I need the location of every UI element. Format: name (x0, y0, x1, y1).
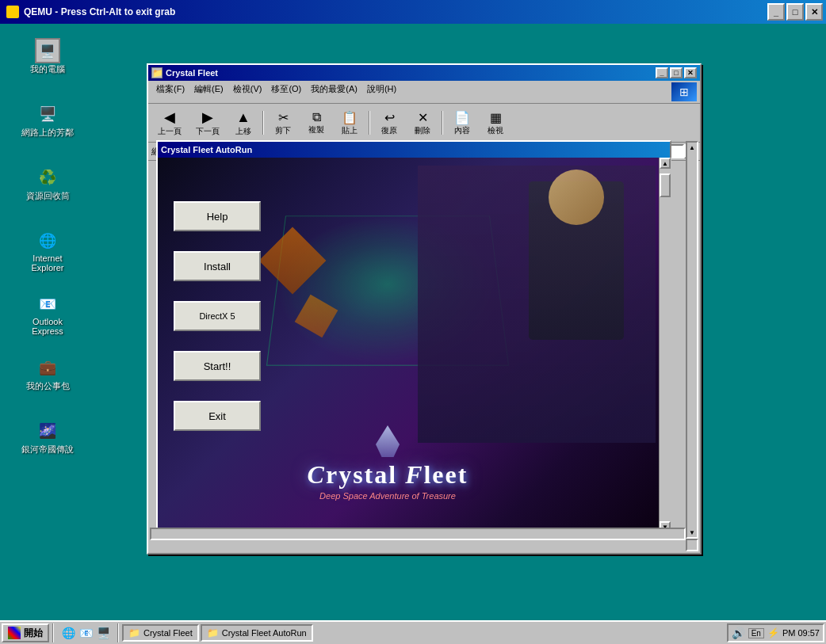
qemu-maximize-button[interactable]: □ (786, 3, 804, 21)
menu-edit[interactable]: 編輯(E) (189, 82, 228, 101)
forward-label: 下一頁 (196, 126, 220, 137)
menu-file[interactable]: 檔案(F) (151, 82, 189, 101)
taskbar-autorun[interactable]: 📁 Crystal Fleet AutoRun (201, 624, 313, 642)
desktop-icon-ie[interactable]: 🌐 InternetExplorer (16, 228, 79, 272)
start-label: 開始 (24, 627, 43, 640)
qemu-titlebar: QEMU - Press Ctrl-Alt to exit grab _ □ ✕ (0, 0, 826, 24)
toolbar-cut-button[interactable]: ✂ 剪下 (267, 107, 299, 139)
toolbar-delete-button[interactable]: ✕ 刪除 (407, 107, 438, 139)
taskbar-divider-2 (117, 623, 119, 642)
character-head (549, 170, 604, 225)
autorun-titlebar: Crystal Fleet AutoRun (158, 142, 670, 158)
menu-favorites[interactable]: 我的最愛(A) (306, 82, 362, 101)
help-button[interactable]: Help (174, 201, 261, 231)
back-label: 上一頁 (158, 126, 182, 137)
toolbar-undo-button[interactable]: ↩ 復原 (373, 107, 405, 139)
undo-label: 復原 (381, 125, 397, 136)
ie-icon: 🌐 (35, 228, 60, 253)
desktop-icon-outlook[interactable]: 📧 OutlookExpress (16, 292, 79, 336)
network-icon: 🖥️ (35, 101, 60, 127)
menu-help[interactable]: 說明(H) (362, 82, 401, 101)
cut-label: 剪下 (275, 125, 291, 136)
delete-icon: ✕ (418, 110, 428, 125)
explorer-maximize-button[interactable]: □ (670, 67, 683, 78)
scrollbar-track: ▲ ▼ (659, 158, 671, 532)
taskbar-divider-1 (52, 623, 54, 642)
game-subtitle: Deep Space Adventure of Treasure (237, 491, 538, 501)
tray-volume-icon: 🔊 (732, 627, 745, 639)
tray-clock: PM 09:57 (782, 628, 820, 638)
qemu-window-controls: _ □ ✕ (767, 3, 823, 21)
explorer-titlebar: 📁 Crystal Fleet _ □ ✕ (148, 65, 700, 81)
directx-button[interactable]: DirectX 5 (174, 301, 261, 331)
galaxy-icon: 🌌 (35, 418, 60, 444)
explorer-window-title: Crystal Fleet (166, 68, 656, 78)
taskbar-folder-icon: 📁 (128, 627, 140, 638)
explorer-minimize-button[interactable]: _ (656, 67, 668, 78)
toolbar-properties-button[interactable]: 📄 內容 (446, 107, 478, 139)
desktop-icon-network[interactable]: 🖥️ 網路上的芳鄰 (16, 101, 79, 139)
view-label: 檢視 (488, 125, 503, 136)
vscroll-up[interactable]: ▲ (687, 143, 697, 152)
explorer-hscrollbar[interactable] (150, 528, 686, 540)
copy-label: 複製 (308, 124, 324, 135)
quicklaunch-ie-icon[interactable]: 🌐 (60, 625, 76, 641)
system-tray: 🔊 En ⚡ PM 09:57 (727, 623, 824, 642)
toolbar-up-button[interactable]: ▲ 上移 (228, 106, 259, 140)
toolbar-back-button[interactable]: ◀ 上一頁 (151, 105, 188, 140)
tray-lang-label[interactable]: En (748, 628, 764, 638)
desktop-icon-my-computer[interactable]: 🖥️ 我的電腦 (16, 38, 79, 75)
explorer-window-icon: 📁 (151, 67, 163, 78)
taskbar-crystal-fleet[interactable]: 📁 Crystal Fleet (122, 624, 199, 642)
autorun-buttons: Help Install DirectX 5 Start!! Exit (174, 201, 261, 431)
qemu-close-button[interactable]: ✕ (805, 3, 823, 21)
crystal-fleet-logo-area: Crystal Fleet Deep Space Adventure of Tr… (237, 425, 538, 501)
galaxy-label: 銀河帝國傳說 (21, 444, 74, 455)
explorer-vscrollbar[interactable]: ▲ ▼ (686, 141, 698, 539)
scrollbar-thumb[interactable] (660, 173, 671, 197)
toolbar-paste-button[interactable]: 📋 貼上 (334, 107, 365, 139)
toolbar-copy-button[interactable]: ⧉ 複製 (300, 107, 332, 139)
properties-icon: 📄 (454, 110, 470, 125)
desktop-icon-briefcase[interactable]: 💼 我的公事包 (16, 355, 79, 392)
start-button[interactable]: 開始 (2, 623, 49, 642)
explorer-close-button[interactable]: ✕ (684, 67, 697, 78)
up-icon: ▲ (236, 109, 250, 126)
qemu-minimize-button[interactable]: _ (767, 3, 785, 21)
properties-label: 內容 (454, 125, 470, 136)
menu-goto[interactable]: 移至(O) (266, 82, 306, 101)
autorun-title: Crystal Fleet AutoRun (161, 145, 252, 154)
outlook-icon: 📧 (35, 292, 60, 317)
taskbar-items: 📁 Crystal Fleet 📁 Crystal Fleet AutoRun (122, 624, 727, 642)
game-title: Crystal Fleet (237, 460, 538, 490)
toolbar-sep-3 (442, 111, 443, 135)
toolbar-sep-1 (262, 111, 264, 135)
paste-label: 貼上 (342, 125, 358, 136)
briefcase-label: 我的公事包 (26, 380, 70, 392)
my-computer-label: 我的電腦 (30, 63, 65, 75)
back-icon: ◀ (164, 109, 175, 126)
autorun-window: Crystal Fleet AutoRun Help Install Direc… (156, 140, 671, 532)
undo-icon: ↩ (384, 110, 395, 125)
crystal-gem-icon (376, 425, 400, 457)
desktop-icon-recycle[interactable]: ♻️ 資源回收筒 (16, 165, 79, 202)
install-button[interactable]: Install (174, 251, 261, 281)
menu-view[interactable]: 檢視(V) (228, 82, 267, 101)
recycle-label: 資源回收筒 (26, 190, 70, 202)
qemu-title: QEMU - Press Ctrl-Alt to exit grab (24, 6, 175, 17)
toolbar-view-button[interactable]: ▦ 檢視 (480, 107, 511, 139)
delete-label: 刪除 (415, 125, 430, 136)
view-icon: ▦ (490, 110, 502, 125)
network-label: 網路上的芳鄰 (21, 127, 74, 139)
vscroll-down[interactable]: ▼ (687, 528, 697, 537)
desktop-icon-galaxy[interactable]: 🌌 銀河帝國傳說 (16, 418, 79, 455)
quicklaunch-outlook-icon[interactable]: 📧 (78, 625, 94, 641)
scrollbar-up-button[interactable]: ▲ (660, 158, 671, 169)
start-button[interactable]: Start!! (174, 351, 261, 381)
up-label: 上移 (235, 126, 251, 137)
quicklaunch-desktop-icon[interactable]: 🖥️ (95, 625, 111, 641)
character-area (418, 166, 656, 443)
toolbar-sep-2 (369, 111, 370, 135)
qemu-icon (6, 6, 19, 18)
toolbar-forward-button[interactable]: ▶ 下一頁 (189, 105, 226, 140)
